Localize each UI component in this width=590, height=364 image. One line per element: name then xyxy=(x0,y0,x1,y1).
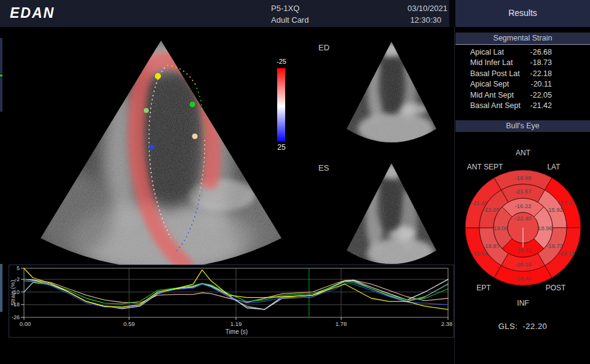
segment-name: Apical Lat xyxy=(470,48,504,56)
bulls-eye-value-mid-top-left: -22.05 xyxy=(483,206,500,213)
edge-segment-green xyxy=(0,74,2,77)
segmental-strain-header: Segmental Strain xyxy=(455,33,590,44)
bulls-eye-value-apical-bottom: -35.32 xyxy=(515,247,532,254)
x-tick-label: 1.78 xyxy=(336,320,347,327)
edge-segment-blue xyxy=(0,264,2,312)
bulls-eye-value-apical-top: -16.22 xyxy=(515,203,532,209)
segment-value: -20.11 xyxy=(530,80,552,88)
bulls-eye-value-mid-bottom-right: -18.73 xyxy=(546,242,563,249)
table-row: Apical Sept-20.11 xyxy=(455,79,590,90)
main-ultrasound-image[interactable] xyxy=(18,36,283,272)
bulls-eye-value-outer-bottom: -28.40 xyxy=(515,275,532,282)
segment-value: -21.42 xyxy=(530,101,552,110)
edge-segment xyxy=(0,77,2,112)
bulls-eye-value-mid-top: -21.57 xyxy=(515,188,532,195)
results-panel-title: Results xyxy=(455,8,590,18)
segment-name: Basal Ant Sept xyxy=(470,101,521,110)
bulls-eye-region-label-ept: EPT xyxy=(476,284,491,292)
bulls-eye-region-label-inf: INF xyxy=(517,299,529,308)
bulls-eye-value-apical-left: 19.06 xyxy=(494,225,508,231)
table-row: Mid Ant Sept-22.05 xyxy=(455,90,590,101)
bulls-eye-value-apex-center: -22.40 xyxy=(515,215,532,222)
marker-green xyxy=(190,102,195,107)
bulls-eye-value-mid-bottom: -28.18 xyxy=(515,261,532,268)
gls-label: GLS: xyxy=(498,322,518,331)
bulls-eye-value-outer-bottom-left: -21.54 xyxy=(471,250,488,257)
x-axis-label: Time (s) xyxy=(226,328,248,335)
segment-name: Apical Sept xyxy=(470,80,509,88)
edge-segment xyxy=(0,38,2,74)
segment-value: -26.68 xyxy=(530,48,552,56)
colorbar-min-label: 25 xyxy=(272,143,291,152)
bulls-eye-region-label-lat: LAT xyxy=(547,163,560,171)
ed-thumbnail-image[interactable] xyxy=(339,37,454,153)
segment-value: -22.05 xyxy=(530,91,552,99)
bulls-eye-value-outer-bottom-right: -22.18 xyxy=(559,250,575,257)
segment-name: Mid Ant Sept xyxy=(470,91,514,99)
system-date: 03/10/2021 xyxy=(407,4,447,13)
bulls-eye-value-outer-top-left: -21.42 xyxy=(471,199,488,206)
app-screen: EDAN P5-1XQ Adult Card 03/10/2021 12:30:… xyxy=(0,0,590,364)
gls-result: GLS: -22.20 xyxy=(455,322,590,331)
bulls-eye-value-apical-right: 18.96 xyxy=(538,225,553,231)
bulls-eye-region-label-post: POST xyxy=(546,284,566,292)
bulls-eye-header: Bull's Eye xyxy=(455,120,590,132)
colorbar-max-label: -25 xyxy=(272,58,291,65)
table-row: Basal Post Lat-22.18 xyxy=(455,69,590,79)
title-bar xyxy=(0,0,449,27)
x-tick-label: 0.00 xyxy=(20,320,31,327)
segmental-strain-table: Apical Lat-26.68Mid Infer Lat-18.73Basal… xyxy=(455,47,590,111)
exam-preset: Adult Card xyxy=(271,15,309,25)
y-axis-label: Strain (%) xyxy=(9,280,16,306)
bulls-eye-region-label-ant: ANT xyxy=(516,149,531,157)
segment-name: Basal Post Lat xyxy=(470,69,520,78)
bulls-eye-region-label-ant-sept: ANT SEPT xyxy=(467,163,503,171)
y-tick-label: -26 xyxy=(12,314,20,320)
segmental-strain-underline xyxy=(455,44,590,45)
table-row: Basal Ant Sept-21.42 xyxy=(455,101,590,111)
marker-blue xyxy=(149,145,155,150)
strain-colorbar xyxy=(277,68,285,142)
probe-name: P5-1XQ xyxy=(271,4,299,13)
edan-logo: EDAN xyxy=(10,5,55,21)
bulls-eye-value-mid-bottom-left: -18.87 xyxy=(483,242,500,249)
bulls-eye-value-mid-top-right: -15.92 xyxy=(546,206,563,213)
es-frame-label: ES xyxy=(318,163,329,172)
table-row: Apical Lat-26.68 xyxy=(455,47,590,58)
segment-value: -22.18 xyxy=(530,69,552,78)
panel-divider xyxy=(454,27,455,364)
gls-value: -22.20 xyxy=(522,322,547,331)
y-tick-label: 5 xyxy=(17,265,20,271)
marker-cream xyxy=(192,134,198,139)
title-bar-gap xyxy=(449,0,455,27)
strain-chart-panel: 5-2-10-18-260.000.591.191.782.38Strain (… xyxy=(9,265,454,338)
bulls-eye-value-outer-top-right: -27.47 xyxy=(559,199,575,206)
bulls-eye-value-outer-top: -18.98 xyxy=(515,174,532,181)
marker-yellow xyxy=(155,73,161,79)
marker-light-green xyxy=(144,108,149,113)
x-tick-label: 1.19 xyxy=(230,320,242,327)
ed-frame-label: ED xyxy=(318,43,329,52)
segment-name: Mid Infer Lat xyxy=(470,58,513,67)
segment-value: -18.73 xyxy=(530,58,552,67)
x-tick-label: 0.59 xyxy=(124,320,135,327)
strain-chart[interactable]: 5-2-10-18-260.000.591.191.782.38Strain (… xyxy=(9,265,452,336)
bulls-eye-plot: -18.98-27.47-22.18-28.40-21.54-21.42-21.… xyxy=(455,134,590,319)
es-thumbnail-image[interactable] xyxy=(339,158,454,275)
table-row: Mid Infer Lat-18.73 xyxy=(455,58,590,68)
system-time: 12:30:30 xyxy=(410,15,441,25)
x-tick-label: 2.38 xyxy=(441,320,452,327)
